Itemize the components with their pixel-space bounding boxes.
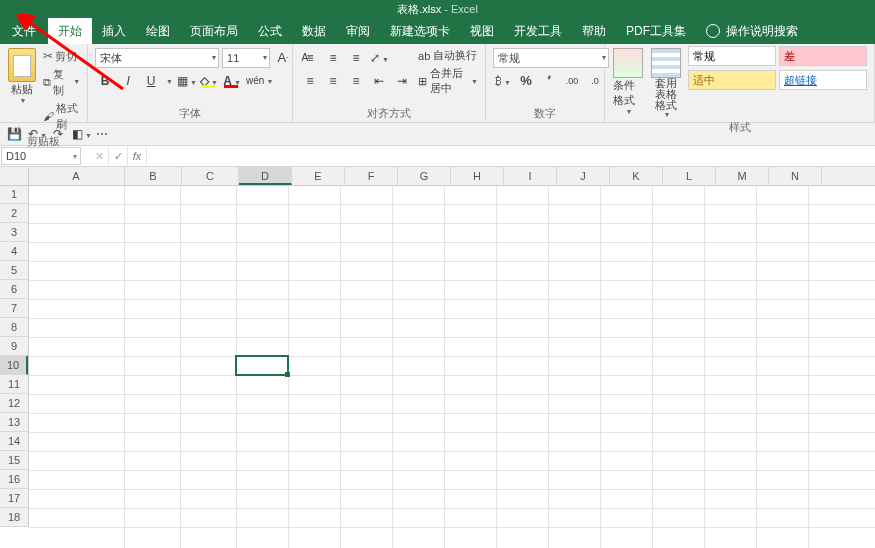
- align-left-button[interactable]: ≡: [300, 71, 320, 91]
- ribbon-tab[interactable]: 绘图: [136, 18, 180, 44]
- tell-me-search[interactable]: 操作说明搜索: [706, 18, 798, 44]
- column-headers[interactable]: ABCDEFGHIJKLMN: [28, 167, 875, 186]
- conditional-format-button[interactable]: 条件格式▼: [609, 46, 647, 117]
- group-label-number: 数字: [490, 106, 600, 122]
- column-header[interactable]: E: [292, 167, 345, 185]
- formula-bar: D10 ✕ ✓ fx: [0, 146, 875, 167]
- percent-button[interactable]: [516, 71, 536, 91]
- ribbon-tab[interactable]: 公式: [248, 18, 292, 44]
- row-header[interactable]: 14: [0, 432, 28, 451]
- column-header[interactable]: K: [610, 167, 663, 185]
- file-name: 表格.xlsx: [397, 3, 441, 15]
- increase-decimal-button[interactable]: .00: [562, 71, 582, 91]
- ribbon-tab[interactable]: PDF工具集: [616, 18, 696, 44]
- row-header[interactable]: 18: [0, 508, 28, 527]
- column-header[interactable]: G: [398, 167, 451, 185]
- customize-qat-button[interactable]: ⋯: [94, 126, 110, 142]
- align-middle-button[interactable]: ≡: [323, 48, 343, 68]
- column-header[interactable]: L: [663, 167, 716, 185]
- decrease-decimal-button[interactable]: .0: [585, 71, 605, 91]
- column-header[interactable]: I: [504, 167, 557, 185]
- row-header[interactable]: 11: [0, 375, 28, 394]
- font-color-button[interactable]: A▼: [222, 71, 242, 91]
- phonetic-button[interactable]: wén▼: [245, 71, 265, 91]
- group-alignment: ≡ ≡ ≡ ⤢▼ ≡ ≡ ≡ ⇤ ⇥ ab 自动换行: [293, 44, 486, 122]
- table-format-icon: [651, 48, 681, 78]
- font-size-combo[interactable]: 11: [222, 48, 270, 68]
- ribbon-tab[interactable]: 页面布局: [180, 18, 248, 44]
- row-headers[interactable]: 123456789101112131415161718: [0, 185, 29, 527]
- cell-style-neutral[interactable]: 适中: [688, 70, 776, 90]
- column-header[interactable]: C: [182, 167, 239, 185]
- orientation-button[interactable]: ⤢▼: [369, 48, 389, 68]
- cell-style-bad[interactable]: 差: [779, 46, 867, 66]
- row-header[interactable]: 16: [0, 470, 28, 489]
- ribbon-tab[interactable]: 开发工具: [504, 18, 572, 44]
- column-header[interactable]: B: [125, 167, 182, 185]
- select-all-corner[interactable]: [0, 167, 29, 186]
- row-header[interactable]: 4: [0, 242, 28, 261]
- accounting-format-button[interactable]: ₿▼: [493, 71, 513, 91]
- row-header[interactable]: 15: [0, 451, 28, 470]
- column-header[interactable]: J: [557, 167, 610, 185]
- active-cell[interactable]: [235, 355, 289, 376]
- number-format-combo[interactable]: 常规: [493, 48, 609, 68]
- lightbulb-icon: [706, 24, 720, 38]
- align-center-button[interactable]: ≡: [323, 71, 343, 91]
- cancel-button[interactable]: ✕: [90, 146, 109, 166]
- column-header[interactable]: F: [345, 167, 398, 185]
- ribbon: 粘贴 ▼ 剪切 复制▼ 格式刷 剪贴板 宋体 11 Aˆ Aˇ B: [0, 44, 875, 123]
- worksheet-grid[interactable]: ABCDEFGHIJKLMN 1234567891011121314151617…: [0, 167, 875, 548]
- increase-font-button[interactable]: Aˆ: [273, 48, 293, 68]
- row-header[interactable]: 12: [0, 394, 28, 413]
- comma-button[interactable]: [539, 71, 559, 91]
- increase-indent-button[interactable]: ⇥: [392, 71, 412, 91]
- row-header[interactable]: 7: [0, 299, 28, 318]
- formula-input[interactable]: [147, 146, 875, 166]
- ribbon-tab[interactable]: 视图: [460, 18, 504, 44]
- row-header[interactable]: 5: [0, 261, 28, 280]
- group-label-alignment: 对齐方式: [297, 106, 481, 122]
- row-header[interactable]: 8: [0, 318, 28, 337]
- name-box[interactable]: D10: [1, 147, 81, 165]
- underline-button[interactable]: U: [141, 71, 161, 91]
- enter-button[interactable]: ✓: [109, 146, 128, 166]
- cell-style-hyperlink[interactable]: 超链接: [779, 70, 867, 90]
- ribbon-tab[interactable]: 帮助: [572, 18, 616, 44]
- wrap-text-button[interactable]: ab 自动换行: [418, 48, 478, 63]
- row-header[interactable]: 17: [0, 489, 28, 508]
- row-header[interactable]: 1: [0, 185, 28, 204]
- decrease-indent-button[interactable]: ⇤: [369, 71, 389, 91]
- cells-area[interactable]: [28, 185, 875, 548]
- insert-function-button[interactable]: fx: [128, 146, 147, 166]
- align-top-button[interactable]: ≡: [300, 48, 320, 68]
- conditional-format-icon: [613, 48, 643, 78]
- row-header[interactable]: 3: [0, 223, 28, 242]
- column-header[interactable]: H: [451, 167, 504, 185]
- merge-center-button[interactable]: ⊞ 合并后居中 ▼: [418, 66, 478, 96]
- group-label-styles: 样式: [609, 120, 870, 136]
- column-header[interactable]: N: [769, 167, 822, 185]
- column-header[interactable]: D: [239, 167, 292, 185]
- ribbon-tab[interactable]: 审阅: [336, 18, 380, 44]
- fill-color-button[interactable]: ◇▼: [199, 71, 219, 91]
- column-header[interactable]: A: [28, 167, 125, 185]
- title-bar: 表格.xlsx - Excel: [0, 0, 875, 18]
- app-name: Excel: [451, 3, 478, 15]
- group-number: 常规 ₿▼ .00 .0 数字: [486, 44, 605, 122]
- row-header[interactable]: 2: [0, 204, 28, 223]
- border-button[interactable]: ▦▼: [176, 71, 196, 91]
- align-bottom-button[interactable]: ≡: [346, 48, 366, 68]
- ribbon-tab[interactable]: 数据: [292, 18, 336, 44]
- format-as-table-button[interactable]: 套用 表格格式▼: [647, 46, 685, 120]
- row-header[interactable]: 13: [0, 413, 28, 432]
- ribbon-tab[interactable]: 新建选项卡: [380, 18, 460, 44]
- group-styles: 条件格式▼ 套用 表格格式▼ 常规 差 适中 超链接 样式: [605, 44, 875, 122]
- align-right-button[interactable]: ≡: [346, 71, 366, 91]
- column-header[interactable]: M: [716, 167, 769, 185]
- cell-style-normal[interactable]: 常规: [688, 46, 776, 66]
- row-header[interactable]: 10: [0, 356, 28, 375]
- annotation-arrow: [18, 14, 128, 92]
- row-header[interactable]: 9: [0, 337, 28, 356]
- row-header[interactable]: 6: [0, 280, 28, 299]
